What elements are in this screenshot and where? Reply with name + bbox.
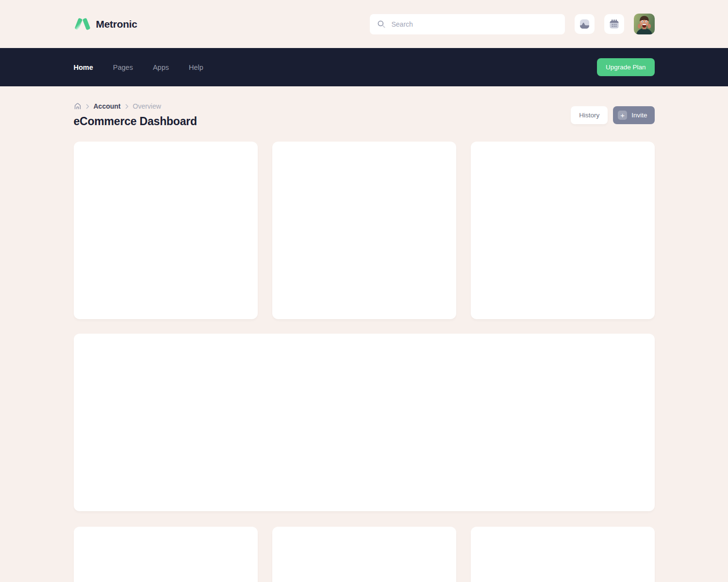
upgrade-plan-button[interactable]: Upgrade Plan: [597, 58, 655, 76]
card-placeholder-6: [471, 527, 655, 582]
card-placeholder-4: [74, 527, 258, 582]
search-input[interactable]: [391, 20, 558, 29]
app-logo[interactable]: Metronic: [74, 17, 137, 31]
chevron-right-icon: [86, 104, 89, 109]
home-icon[interactable]: [74, 102, 82, 110]
calendar-button[interactable]: [604, 14, 624, 34]
page-title: eCommerce Dashboard: [74, 115, 197, 128]
plus-icon: +: [618, 111, 627, 120]
main-content: Account Overview eCommerce Dashboard His…: [74, 102, 655, 582]
metronic-logo-icon: [74, 17, 91, 31]
wide-card-placeholder: [74, 334, 655, 511]
nav-links: Home Pages Apps Help: [74, 64, 203, 71]
breadcrumb-account[interactable]: Account: [94, 102, 121, 110]
activity-chart-button[interactable]: [575, 14, 595, 34]
search-icon: [377, 20, 386, 29]
app-header: Metronic: [0, 0, 728, 48]
card-placeholder-5: [272, 527, 456, 582]
breadcrumb-overview: Overview: [133, 102, 161, 110]
breadcrumb: Account Overview: [74, 102, 197, 110]
nav-item-help[interactable]: Help: [189, 64, 203, 71]
card-placeholder-2: [272, 142, 456, 319]
logo-text: Metronic: [96, 18, 137, 30]
chevron-right-icon: [125, 104, 129, 109]
search-box[interactable]: [370, 14, 565, 34]
main-navbar: Home Pages Apps Help Upgrade Plan: [0, 48, 728, 86]
invite-button-label: Invite: [631, 112, 647, 119]
nav-item-home[interactable]: Home: [74, 64, 93, 71]
nav-item-pages[interactable]: Pages: [113, 64, 133, 71]
calendar-icon: [608, 18, 620, 30]
nav-item-apps[interactable]: Apps: [153, 64, 169, 71]
card-placeholder-1: [74, 142, 258, 319]
user-avatar[interactable]: [634, 14, 655, 34]
history-button[interactable]: History: [571, 106, 608, 124]
stats-card-row: [74, 142, 655, 319]
user-avatar-photo: [634, 14, 655, 34]
bottom-card-row: [74, 527, 655, 582]
activity-chart-icon: [579, 18, 591, 30]
page-actions: History + Invite: [571, 106, 654, 124]
invite-button[interactable]: + Invite: [613, 106, 654, 124]
card-placeholder-3: [471, 142, 655, 319]
